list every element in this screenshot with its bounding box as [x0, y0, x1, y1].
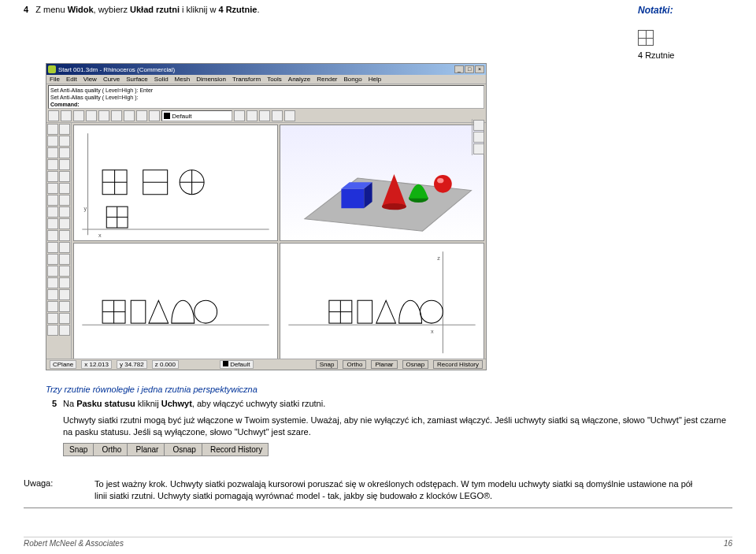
sb-planar[interactable]: Planar	[371, 360, 397, 369]
osnap-cen-icon[interactable]	[473, 143, 484, 154]
menu-item[interactable]: Analyze	[288, 76, 310, 83]
maximize-button[interactable]: □	[465, 65, 474, 73]
copy-icon[interactable]	[111, 110, 122, 121]
scale-icon[interactable]	[59, 230, 70, 241]
revolve-icon[interactable]	[59, 301, 70, 312]
layer-selector[interactable]: Default	[161, 110, 232, 121]
menu-item[interactable]: Tools	[267, 76, 282, 83]
viewport-perspective[interactable]	[280, 125, 484, 241]
sweep-icon[interactable]	[47, 301, 58, 312]
viewport-front[interactable]	[73, 243, 278, 359]
dimension-icon[interactable]	[47, 325, 58, 336]
layers-icon[interactable]	[234, 110, 245, 121]
redo-icon[interactable]	[149, 110, 160, 121]
ellipse-icon[interactable]	[59, 171, 70, 182]
osnap-btn[interactable]: Osnap	[167, 444, 202, 455]
rhino-app-screenshot: Start 001.3dm - Rhinoceros (Commercial) …	[46, 63, 487, 370]
sb-osnap[interactable]: Osnap	[402, 360, 429, 369]
planar-btn[interactable]: Planar	[131, 444, 165, 455]
sb-ortho[interactable]: Ortho	[343, 360, 366, 369]
line-icon[interactable]	[47, 136, 58, 147]
pointer-icon[interactable]	[47, 124, 58, 135]
sb-record[interactable]: Record History	[433, 360, 483, 369]
open-icon[interactable]	[61, 110, 72, 121]
step4-num: 4	[24, 5, 28, 14]
minimize-button[interactable]: _	[454, 65, 464, 73]
trim-icon[interactable]	[47, 254, 58, 265]
step5: 5 Na Pasku statusu kliknij Uchwyt, aby w…	[46, 399, 732, 408]
loft-icon[interactable]	[59, 289, 70, 300]
footer: Robert McNeel & Associates 16	[24, 537, 732, 548]
properties-icon[interactable]	[246, 110, 258, 121]
menu-item[interactable]: Solid	[154, 76, 169, 83]
help-icon[interactable]	[284, 110, 295, 121]
surface-icon[interactable]	[47, 195, 58, 206]
viewport-right[interactable]: z x	[280, 243, 484, 359]
render-icon[interactable]	[259, 110, 270, 121]
close-button[interactable]: ×	[475, 65, 484, 73]
menu-item[interactable]: File	[50, 76, 60, 83]
mesh-icon[interactable]	[47, 206, 58, 218]
osnap-mid-icon[interactable]	[473, 132, 484, 143]
polyline-icon[interactable]	[59, 136, 70, 147]
command-area[interactable]: Set Anti-Alias quality ( Level=High ): E…	[48, 85, 484, 109]
options-icon[interactable]	[272, 110, 283, 121]
undo-icon[interactable]	[136, 110, 147, 121]
sb-x: x 12.013	[81, 360, 112, 369]
cut-icon[interactable]	[98, 110, 109, 121]
footer-page: 16	[724, 539, 732, 548]
hatch-icon[interactable]	[59, 325, 70, 336]
lasso-icon[interactable]	[59, 124, 70, 135]
record-btn[interactable]: Record History	[205, 444, 268, 455]
explode-icon[interactable]	[59, 266, 70, 277]
note-label: Uwaga:	[24, 478, 71, 502]
menu-item[interactable]: Transform	[232, 76, 261, 83]
note-block: Uwaga: To jest ważny krok. Uchwyty siatk…	[24, 478, 732, 509]
menu-item[interactable]: Help	[369, 76, 381, 83]
print-icon[interactable]	[86, 110, 97, 121]
ortho-btn[interactable]: Ortho	[96, 444, 128, 455]
menu-item[interactable]: Dimension	[196, 76, 226, 83]
array-icon[interactable]	[59, 242, 70, 253]
save-icon[interactable]	[73, 110, 84, 121]
svg-point-21	[437, 178, 443, 183]
sb-y: y 34.782	[117, 360, 147, 369]
menu-item[interactable]: Bongo	[344, 76, 362, 83]
paragraph-grid-snap: Uchwyty siatki rzutni mogą być już włącz…	[63, 415, 732, 438]
viewport-top[interactable]: y x	[73, 125, 278, 241]
snap-btn[interactable]: Snap	[64, 444, 94, 455]
osnap-end-icon[interactable]	[473, 120, 484, 131]
sb-snap[interactable]: Snap	[316, 360, 339, 369]
window-titlebar: Start 001.3dm - Rhinoceros (Commercial) …	[46, 64, 486, 75]
paste-icon[interactable]	[124, 110, 135, 121]
mirror-icon[interactable]	[47, 242, 58, 253]
solid-icon[interactable]	[59, 195, 70, 206]
rotate-icon[interactable]	[47, 230, 58, 241]
chamfer-icon[interactable]	[59, 277, 70, 288]
text-icon[interactable]	[59, 183, 70, 194]
join-icon[interactable]	[47, 266, 58, 277]
menu-item[interactable]: Curve	[103, 76, 120, 83]
menu-item[interactable]: Mesh	[175, 76, 191, 83]
point-icon[interactable]	[47, 183, 58, 194]
menu-item[interactable]: Edit	[66, 76, 77, 83]
menu-item[interactable]: Surface	[126, 76, 148, 83]
step4-text: 4 Z menu Widok, wybierz Układ rzutni i k…	[24, 5, 259, 14]
menu-item[interactable]: Render	[317, 76, 337, 83]
curve-icon[interactable]	[47, 171, 58, 182]
split-icon[interactable]	[59, 254, 70, 265]
move-icon[interactable]	[47, 218, 58, 229]
fillet-icon[interactable]	[47, 277, 58, 288]
transform-icon[interactable]	[59, 206, 70, 218]
boolean-icon[interactable]	[47, 313, 58, 324]
menu-item[interactable]: View	[83, 76, 97, 83]
extrude-icon[interactable]	[47, 289, 58, 300]
sb-layer[interactable]: Default	[220, 360, 254, 369]
rect-icon[interactable]	[47, 159, 58, 170]
arc-icon[interactable]	[59, 147, 70, 158]
copy2-icon[interactable]	[59, 218, 70, 229]
new-icon[interactable]	[48, 110, 59, 121]
analysis-icon[interactable]	[59, 313, 70, 324]
polygon-icon[interactable]	[59, 159, 70, 170]
circle-icon[interactable]	[47, 147, 58, 158]
